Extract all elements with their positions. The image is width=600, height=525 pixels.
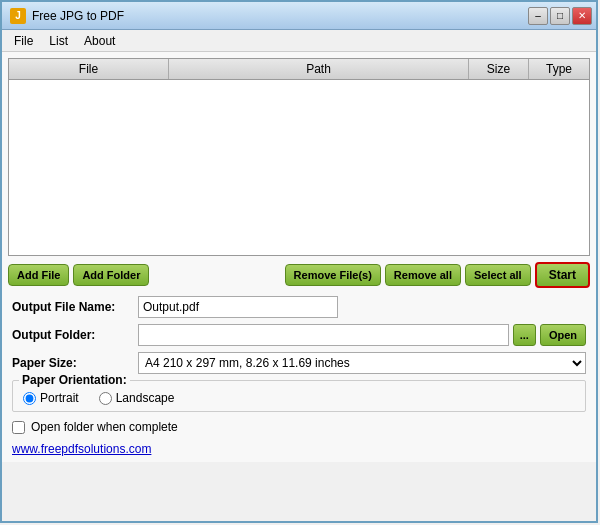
menu-file[interactable]: File — [6, 32, 41, 50]
output-filename-row: Output File Name: — [12, 296, 586, 318]
landscape-radio[interactable] — [99, 392, 112, 405]
remove-files-button[interactable]: Remove File(s) — [285, 264, 381, 286]
file-table: File Path Size Type — [8, 58, 590, 256]
orientation-legend: Paper Orientation: — [19, 373, 130, 387]
col-path: Path — [169, 59, 469, 79]
paper-size-row: Paper Size: A4 210 x 297 mm, 8.26 x 11.6… — [12, 352, 586, 374]
website-link[interactable]: www.freepdfsolutions.com — [12, 442, 151, 456]
menu-list[interactable]: List — [41, 32, 76, 50]
output-filename-input[interactable] — [138, 296, 338, 318]
portrait-label: Portrait — [40, 391, 79, 405]
paper-size-label: Paper Size: — [12, 356, 132, 370]
app-icon: J — [10, 8, 26, 24]
open-folder-checkbox[interactable] — [12, 421, 25, 434]
table-body[interactable] — [9, 80, 589, 255]
output-filename-label: Output File Name: — [12, 300, 132, 314]
menu-bar: File List About — [2, 30, 596, 52]
portrait-radio[interactable] — [23, 392, 36, 405]
open-folder-row: Open folder when complete — [12, 420, 586, 434]
landscape-label: Landscape — [116, 391, 175, 405]
remove-all-button[interactable]: Remove all — [385, 264, 461, 286]
browse-button[interactable]: ... — [513, 324, 536, 346]
add-file-button[interactable]: Add File — [8, 264, 69, 286]
portrait-option[interactable]: Portrait — [23, 391, 79, 405]
form-section: Output File Name: Output Folder: ... Ope… — [8, 296, 590, 374]
orientation-options: Portrait Landscape — [23, 391, 575, 405]
window-controls: – □ ✕ — [528, 7, 592, 25]
col-type: Type — [529, 59, 589, 79]
col-file: File — [9, 59, 169, 79]
start-button[interactable]: Start — [535, 262, 590, 288]
table-header: File Path Size Type — [9, 59, 589, 80]
menu-about[interactable]: About — [76, 32, 123, 50]
folder-row: ... Open — [138, 324, 586, 346]
minimize-button[interactable]: – — [528, 7, 548, 25]
close-button[interactable]: ✕ — [572, 7, 592, 25]
landscape-option[interactable]: Landscape — [99, 391, 175, 405]
col-size: Size — [469, 59, 529, 79]
title-bar: J Free JPG to PDF – □ ✕ — [2, 2, 596, 30]
main-content: File Path Size Type Add File Add Folder … — [2, 52, 596, 462]
output-folder-input[interactable] — [138, 324, 509, 346]
paper-orientation-section: Paper Orientation: Portrait Landscape — [12, 380, 586, 412]
title-bar-text: Free JPG to PDF — [32, 9, 124, 23]
open-folder-label[interactable]: Open folder when complete — [31, 420, 178, 434]
output-folder-label: Output Folder: — [12, 328, 132, 342]
select-all-button[interactable]: Select all — [465, 264, 531, 286]
website-link-container: www.freepdfsolutions.com — [8, 442, 590, 456]
paper-size-select[interactable]: A4 210 x 297 mm, 8.26 x 11.69 inches Let… — [138, 352, 586, 374]
open-button[interactable]: Open — [540, 324, 586, 346]
add-folder-button[interactable]: Add Folder — [73, 264, 149, 286]
maximize-button[interactable]: □ — [550, 7, 570, 25]
toolbar: Add File Add Folder Remove File(s) Remov… — [8, 262, 590, 288]
output-folder-row: Output Folder: ... Open — [12, 324, 586, 346]
